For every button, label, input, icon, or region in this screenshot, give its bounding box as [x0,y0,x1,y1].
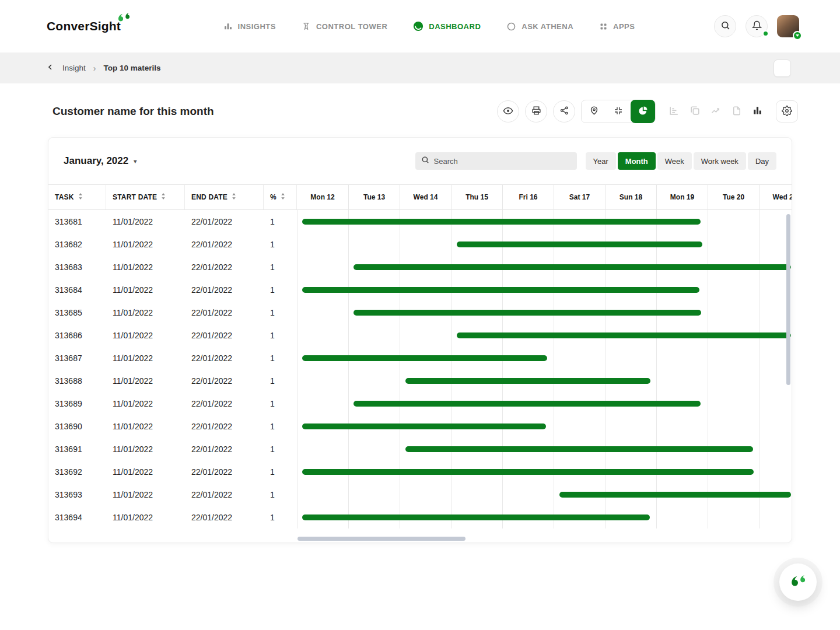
gantt-row[interactable]: 31368811/01/202222/01/20221 [48,369,792,392]
task-id-cell: 313681 [48,217,106,226]
gantt-bar[interactable] [405,446,754,452]
line-chart-button[interactable] [710,105,722,118]
assistant-chat-button[interactable] [779,564,817,601]
gantt-row[interactable]: 31369011/01/202222/01/20221 [48,415,792,438]
view-workweek-button[interactable]: Work week [694,152,746,170]
pie-chart-icon [638,106,648,117]
start-date-cell: 11/01/2022 [106,444,185,454]
notifications-button[interactable] [746,15,768,37]
gantt-bar[interactable] [559,492,791,498]
logo-leaf-icon [117,13,130,26]
gantt-row[interactable]: 31368111/01/202222/01/20221 [48,210,792,233]
gantt-row[interactable]: 31368511/01/202222/01/20221 [48,301,792,324]
gantt-row[interactable]: 31369411/01/202222/01/20221 [48,506,792,528]
dashboard-icon [413,21,424,32]
location-button[interactable] [582,100,606,123]
report-button[interactable] [732,106,742,118]
gantt-bar[interactable] [354,310,702,316]
view-day-button[interactable]: Day [748,152,776,170]
panel-toggle-button[interactable] [774,60,791,77]
copy-icon [690,105,701,118]
gear-icon [782,106,792,118]
percent-cell: 1 [264,513,297,522]
col-header-task[interactable]: TASK [48,185,106,209]
period-selector[interactable]: January, 2022 ▾ [64,155,136,167]
view-year-button[interactable]: Year [586,152,616,170]
settings-button[interactable] [776,100,798,123]
task-id-cell: 313687 [48,354,106,363]
gantt-row[interactable]: 31368211/01/202222/01/20221 [48,233,792,256]
gantt-card: January, 2022 ▾ Year Month Week Work wee… [48,137,792,543]
gantt-bar[interactable] [405,378,651,384]
collapse-button[interactable] [606,100,631,123]
timeline-cell [297,324,792,346]
gantt-bar[interactable] [354,264,791,270]
nav-insights[interactable]: INSIGHTS [223,21,276,32]
gantt-row[interactable]: 31368711/01/202222/01/20221 [48,346,792,369]
breadcrumb-insight[interactable]: Insight [62,64,86,72]
start-date-cell: 11/01/2022 [106,399,185,408]
gantt-bar[interactable] [457,332,791,338]
gantt-header: TASK START DATE END DATE % Mon 12Tue 13W… [48,184,792,210]
back-button[interactable] [46,62,55,74]
gantt-body: 31368111/01/202222/01/2022131368211/01/2… [48,210,792,528]
gantt-row[interactable]: 31368311/01/202222/01/20221 [48,256,792,278]
col-header-percent[interactable]: % [264,185,297,209]
copy-button[interactable] [690,105,701,118]
gantt-row[interactable]: 31369211/01/202222/01/20221 [48,460,792,483]
gantt-row[interactable]: 31369111/01/202222/01/20221 [48,438,792,460]
start-date-cell: 11/01/2022 [106,422,185,431]
gantt-row[interactable]: 31368411/01/202222/01/20221 [48,278,792,301]
pie-chart-button[interactable] [631,100,655,123]
vertical-scrollbar[interactable] [786,212,790,526]
col-header-start-date[interactable]: START DATE [106,185,185,209]
gantt-bar[interactable] [457,242,703,247]
day-column-header: Tue 20 [708,185,759,209]
chart-type-switcher [668,105,763,118]
search-button[interactable] [714,15,736,37]
gantt-row[interactable]: 31369311/01/202222/01/20221 [48,483,792,506]
gantt-bar[interactable] [302,469,754,475]
collapse-icon [614,106,623,117]
view-week-button[interactable]: Week [657,152,692,170]
nav-dashboard[interactable]: DASHBOARD [413,21,481,32]
view-toggle: Year Month Week Work week Day [586,152,776,170]
col-header-end-date[interactable]: END DATE [185,185,264,209]
gantt-row[interactable]: 31368911/01/202222/01/20221 [48,392,792,415]
task-id-cell: 313691 [48,444,106,454]
vertical-scrollbar-thumb[interactable] [786,214,790,385]
share-button[interactable] [553,100,575,123]
gantt-bar[interactable] [302,355,548,361]
bell-icon [752,20,762,32]
gantt-bar[interactable] [302,287,699,293]
avatar[interactable] [777,15,799,37]
gantt-bar[interactable] [302,514,650,520]
task-id-cell: 313685 [48,308,106,317]
gantt-bar[interactable] [302,424,546,429]
column-chart-button[interactable] [752,105,763,118]
start-date-cell: 11/01/2022 [106,285,185,295]
end-date-cell: 22/01/2022 [185,308,264,317]
view-month-button[interactable]: Month [618,152,656,170]
gantt-bar[interactable] [302,219,701,225]
nav-control-tower[interactable]: CONTROL TOWER [302,21,387,32]
horizontal-scrollbar-thumb[interactable] [298,537,466,541]
end-date-cell: 22/01/2022 [185,376,264,386]
search-input[interactable] [434,157,571,166]
timeline-cell [297,415,792,438]
nav-apps[interactable]: APPS [599,21,635,32]
timeline-cell [297,256,792,278]
end-date-cell: 22/01/2022 [185,490,264,499]
bar-chart-horizontal-button[interactable] [668,105,680,118]
print-button[interactable] [525,100,547,123]
share-icon [559,106,569,117]
line-chart-icon [710,105,722,118]
preview-button[interactable] [497,100,519,123]
nav-ask-athena[interactable]: ASK ATHENA [506,21,573,32]
gantt-row[interactable]: 31368611/01/202222/01/20221 [48,324,792,346]
title-row: Customer name for this month [0,83,840,123]
gantt-bar[interactable] [354,401,701,407]
conversight-logo[interactable]: ConverSight [47,19,121,33]
printer-icon [531,106,541,117]
end-date-cell: 22/01/2022 [185,354,264,363]
